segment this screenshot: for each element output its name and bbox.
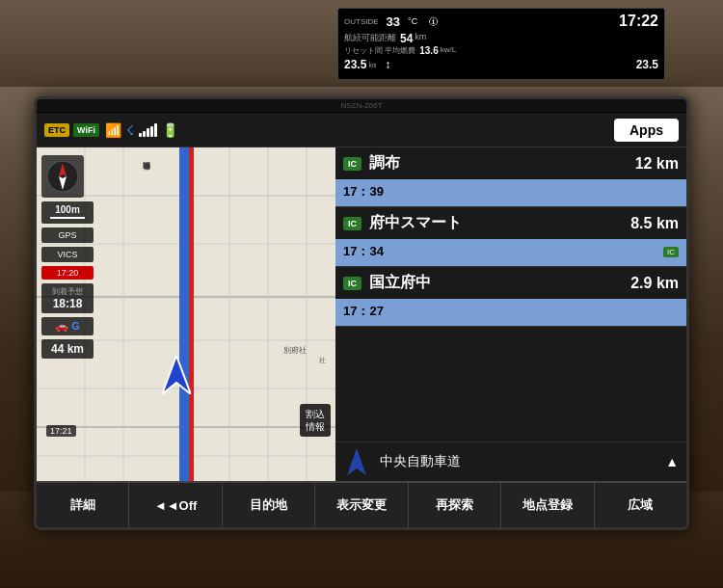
- route-distance-2: 8.5 km: [630, 215, 679, 232]
- g-label: G: [71, 320, 80, 333]
- right-panel: IC 調布 12 km 17：39 IC 府中スマート 8.5 km: [335, 147, 686, 481]
- signal-bars: [139, 123, 157, 137]
- map-section: 中央自動車道 別府社 社 1: [37, 147, 335, 481]
- wifi-badge: WiFi: [73, 123, 99, 137]
- compass-box: [41, 155, 84, 198]
- waypoint-line1: 割込: [306, 408, 325, 420]
- arrival-label: 到着予想: [46, 286, 89, 297]
- waypoint-button[interactable]: 割込 情報: [300, 404, 331, 437]
- main-display: 中央自動車道 別府社 社 1: [37, 147, 686, 481]
- apps-button[interactable]: Apps: [614, 119, 679, 142]
- bluetooth-icon: ☇: [126, 122, 134, 138]
- etc-badge: ETC: [44, 123, 69, 137]
- fuel-value: 13.6: [419, 45, 438, 56]
- nav-content: ETC WiFi 📶 ☇ 🔋 Apps: [37, 113, 686, 527]
- battery-icon: 🔋: [162, 122, 178, 138]
- up-arrow-icon: ▲: [665, 454, 679, 469]
- signal-bar-3: [147, 128, 149, 137]
- waypoint-line2: 情報: [306, 420, 325, 433]
- route-time-2: 17：34: [343, 243, 384, 260]
- vics-time-box: 17:20: [41, 266, 94, 280]
- scale-value: 100m: [46, 204, 89, 215]
- route-name-2: 府中スマート: [369, 213, 630, 233]
- cluster-row4: 23.5 ㎞ ↕ 23.5: [344, 58, 658, 71]
- toolbar-btn-wide[interactable]: 広域: [595, 483, 686, 527]
- map-timestamp: 17:21: [46, 425, 76, 437]
- odometer-right: 23.5: [636, 58, 658, 71]
- svg-rect-13: [189, 147, 194, 481]
- route-item-3-top: IC 国立府中 2.9 km: [335, 267, 686, 299]
- vics-label: VICS: [57, 250, 77, 259]
- signal-bar-4: [150, 126, 153, 137]
- gps-box: GPS: [41, 227, 94, 243]
- icons-box: 🚗 G: [41, 317, 94, 335]
- navigation-unit: NSZN-Z66T ETC WiFi 📶 ☇ 🔋: [34, 96, 689, 530]
- fuel-label: リセット間 平均燃費: [344, 45, 415, 56]
- route-item-1-top: IC 調布 12 km: [335, 147, 686, 179]
- temperature-value: 33: [387, 14, 400, 29]
- status-bar: ETC WiFi 📶 ☇ 🔋 Apps: [37, 113, 686, 147]
- vics-time: 17:20: [57, 268, 79, 278]
- toolbar-btn-detail[interactable]: 詳細: [37, 483, 129, 527]
- car-icon: 🚗: [55, 320, 68, 333]
- scale-box: 100m: [41, 201, 94, 224]
- route-distance-3: 2.9 km: [630, 275, 679, 292]
- route-name-3: 国立府中: [369, 273, 630, 293]
- range-value: 54: [400, 32, 413, 45]
- vics-box: VICS: [41, 247, 94, 262]
- svg-marker-17: [162, 356, 191, 394]
- beppu-label: 別府社: [283, 345, 307, 356]
- compass-svg: [45, 159, 80, 194]
- range-unit: km: [415, 32, 426, 45]
- navigation-arrow: [162, 356, 191, 394]
- toolbar-btn-destination[interactable]: 目的地: [223, 483, 315, 527]
- toolbar-btn-display[interactable]: 表示変更: [315, 483, 408, 527]
- toolbar-btn-reroute[interactable]: 再探索: [409, 483, 501, 527]
- arrival-box: 到着予想 18:18: [41, 283, 94, 313]
- distance-box: 44 km: [41, 339, 94, 359]
- route-item-2-bottom: 17：34 IC: [335, 239, 686, 266]
- route-item-1: IC 調布 12 km 17：39: [335, 147, 686, 207]
- fuel-unit: kw/L: [441, 45, 456, 56]
- arrival-time: 18:18: [46, 297, 89, 310]
- time-display: 17:22: [619, 13, 658, 30]
- wifi-icon: 📶: [105, 122, 121, 138]
- ic-badge-3: IC: [343, 277, 362, 290]
- cluster-row3: リセット間 平均燃費 13.6 kw/L: [344, 45, 658, 56]
- bottom-road-row: 中央自動車道 ▲: [335, 441, 686, 481]
- route-item-1-bottom: 17：39: [335, 179, 686, 206]
- odo-unit: ㎞: [368, 59, 377, 71]
- cluster-row2: 航続可能距離 54 km: [344, 32, 658, 45]
- ic-badge-1: IC: [343, 157, 362, 171]
- toolbar-btn-off[interactable]: ◄◄Off: [129, 483, 222, 527]
- map-overlay-left: 100m GPS VICS 17:20: [41, 155, 94, 359]
- timestamp-value: 17:21: [50, 426, 72, 436]
- nav-arrow-small: [343, 448, 370, 475]
- bottom-toolbar: 詳細 ◄◄Off 目的地 表示変更 再探索 地点登録 広域: [37, 481, 686, 527]
- signal-bar-1: [139, 133, 142, 137]
- route-item-2: IC 府中スマート 8.5 km 17：34 IC: [335, 207, 686, 267]
- gps-label: GPS: [58, 230, 76, 240]
- signal-bar-2: [143, 131, 146, 137]
- signal-bar-5: [154, 123, 157, 137]
- route-item-3-bottom: 17：27: [335, 299, 686, 326]
- shrine-label: 社: [319, 356, 326, 365]
- range-label: 航続可能距離: [344, 32, 396, 45]
- status-icons: 📶 ☇ 🔋: [105, 122, 178, 138]
- info-icon: 🛈: [429, 16, 439, 27]
- distance-value: 44 km: [51, 342, 84, 356]
- toolbar-btn-register[interactable]: 地点登録: [501, 483, 594, 527]
- ic-small-badge-2: IC: [663, 247, 679, 257]
- outside-label: OUTSIDE: [344, 17, 379, 26]
- cluster-row1: OUTSIDE 33 °C 🛈 17:22: [344, 13, 658, 30]
- road-name: 中央自動車道: [380, 453, 665, 470]
- route-item-2-top: IC 府中スマート 8.5 km: [335, 207, 686, 239]
- route-name-1: 調布: [369, 153, 635, 174]
- nav-arrow-svg: [162, 356, 191, 394]
- route-distance-1: 12 km: [635, 155, 679, 173]
- route-time-3: 17：27: [343, 303, 384, 320]
- odo-icon: ↕: [385, 58, 390, 71]
- route-item-3: IC 国立府中 2.9 km 17：27: [335, 267, 686, 327]
- temp-unit: °C: [408, 16, 417, 26]
- route-time-1: 17：39: [343, 183, 384, 200]
